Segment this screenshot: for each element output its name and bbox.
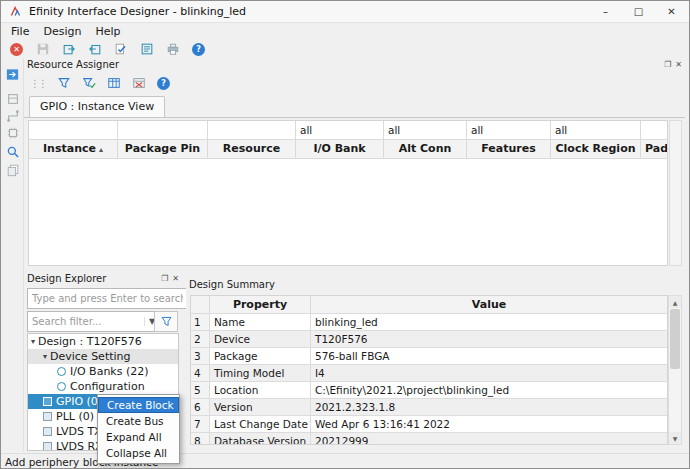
value-header[interactable]: Value	[311, 296, 667, 313]
resource-assigner-toolbar: ⋮⋮ ?	[24, 72, 685, 94]
summary-row: 2 Device T120F576	[191, 331, 667, 348]
clear-assignments-icon[interactable]	[131, 76, 146, 91]
resource-assigner-title: Resource Assigner ❐ ✕	[24, 58, 685, 71]
menu-collapse-all[interactable]: Collapse All	[98, 445, 179, 461]
search-icon[interactable]	[5, 144, 20, 159]
col-features[interactable]: Features	[467, 140, 551, 158]
filter-instance[interactable]	[29, 121, 118, 139]
row-number: 2	[191, 331, 210, 347]
col-clock-region[interactable]: Clock Region	[551, 140, 641, 158]
filter-features[interactable]: all	[467, 121, 551, 139]
scroll-thumb[interactable]	[670, 309, 680, 369]
context-menu: Create Block Create Bus Expand All Colla…	[97, 394, 180, 464]
design-summary-table: Property Value 1 Name blinking_led 2 Dev…	[190, 295, 668, 445]
chip-icon[interactable]	[5, 125, 20, 140]
filter-resource[interactable]	[208, 121, 296, 139]
tree-label: Device Setting	[50, 349, 131, 364]
instance-table: all all all all Instance▴ Package Pin Re…	[28, 120, 668, 266]
filter-package-pin[interactable]	[118, 121, 208, 139]
block-icon[interactable]	[5, 91, 20, 106]
assignment-table-icon[interactable]	[106, 76, 121, 91]
toolbar-grip[interactable]: ⋮⋮	[30, 78, 46, 89]
col-label: Instance	[43, 142, 96, 155]
menu-file[interactable]: File	[4, 24, 36, 39]
property-cell: Timing Model	[210, 365, 311, 381]
col-instance[interactable]: Instance▴	[29, 140, 118, 158]
tree-label: GPIO (0)	[56, 394, 102, 409]
app-window: Efinity Interface Designer - blinking_le…	[0, 0, 690, 469]
row-number: 5	[191, 382, 210, 398]
save-icon[interactable]	[35, 42, 50, 57]
summary-header-row: Property Value	[191, 296, 667, 314]
close-panel-icon[interactable]: ✕	[675, 60, 682, 69]
row-number: 1	[191, 314, 210, 330]
col-package-pin[interactable]: Package Pin	[118, 140, 208, 158]
tree-item-device-setting[interactable]: ▾ Device Setting	[28, 349, 178, 364]
close-project-icon[interactable]: ✕	[9, 42, 24, 57]
block-type-icon	[43, 442, 52, 451]
close-button[interactable]: ✕	[655, 1, 688, 22]
menu-help[interactable]: Help	[88, 24, 127, 39]
table-body-empty	[29, 159, 667, 265]
property-cell: Version	[210, 399, 311, 415]
dock-panel-icon[interactable]	[5, 67, 20, 82]
sort-asc-icon: ▴	[99, 145, 103, 154]
expander-icon[interactable]: ▾	[43, 349, 47, 364]
import-icon[interactable]	[87, 42, 102, 57]
menu-create-bus[interactable]: Create Bus	[98, 413, 179, 429]
scroll-up-icon[interactable]: ▲	[669, 296, 681, 308]
tree-item-io-banks[interactable]: I/O Banks (22)	[28, 364, 178, 379]
menu-design[interactable]: Design	[36, 24, 88, 39]
layers-icon[interactable]	[5, 162, 20, 177]
float-panel-icon[interactable]: ❐	[664, 60, 671, 69]
check-design-icon[interactable]	[113, 42, 128, 57]
property-cell: Name	[210, 314, 311, 330]
tree-item-design[interactable]: ▾ Design : T120F576	[28, 334, 178, 349]
search-filter-combobox[interactable]: Search filter... ▼	[27, 311, 160, 332]
menu-create-block[interactable]: Create Block	[98, 397, 179, 413]
tree-item-configuration[interactable]: Configuration	[28, 379, 178, 394]
close-panel-icon[interactable]: ✕	[172, 274, 179, 283]
summary-row: 6 Version 2021.2.323.1.8	[191, 399, 667, 416]
block-type-icon	[43, 427, 52, 436]
summary-vertical-scrollbar[interactable]: ▲ ▼	[668, 295, 682, 445]
table-header-row: Instance▴ Package Pin Resource I/O Bank …	[29, 140, 667, 159]
table-vertical-scrollbar[interactable]	[669, 120, 682, 266]
filter-clock-region[interactable]: all	[551, 121, 641, 139]
design-summary-panel: Design Summary Property Value 1 Name bli…	[186, 278, 685, 448]
col-resource[interactable]: Resource	[208, 140, 296, 158]
summary-row: 1 Name blinking_led	[191, 314, 667, 331]
filter-icon[interactable]	[56, 76, 71, 91]
generate-icon[interactable]	[139, 42, 154, 57]
resource-assigner-panel: Resource Assigner ❐ ✕ ⋮⋮ ? GPIO : Instan	[24, 58, 685, 270]
design-explorer-title: Design Explorer ❐ ✕	[24, 272, 182, 285]
float-panel-icon[interactable]: ❐	[161, 274, 168, 283]
tree-label: I/O Banks (22)	[70, 364, 149, 379]
property-header[interactable]: Property	[210, 296, 311, 313]
filter-pad[interactable]	[641, 121, 667, 139]
value-cell: 20212999	[311, 433, 667, 445]
filter-apply-icon[interactable]	[81, 76, 96, 91]
route-icon[interactable]	[5, 108, 20, 123]
row-number: 6	[191, 399, 210, 415]
print-icon[interactable]	[165, 42, 180, 57]
summary-row: 8 Database Version 20212999	[191, 433, 667, 445]
menu-expand-all[interactable]: Expand All	[98, 429, 179, 445]
explorer-search-input[interactable]	[27, 288, 188, 309]
panel-title-text: Resource Assigner	[27, 59, 119, 70]
explorer-filter-button[interactable]	[154, 311, 178, 332]
expander-icon[interactable]: ▾	[31, 334, 35, 349]
panel-help-icon[interactable]: ?	[156, 76, 171, 91]
col-alt-conn[interactable]: Alt Conn	[384, 140, 467, 158]
scroll-down-icon[interactable]: ▼	[669, 432, 681, 444]
filter-alt-conn[interactable]: all	[384, 121, 467, 139]
export-icon[interactable]	[61, 42, 76, 57]
col-io-bank[interactable]: I/O Bank	[296, 140, 384, 158]
help-icon[interactable]: ?	[191, 42, 206, 57]
tab-gpio-instance-view[interactable]: GPIO : Instance View	[29, 96, 165, 117]
maximize-button[interactable]: □	[622, 1, 655, 22]
minimize-button[interactable]: –	[589, 1, 622, 22]
col-pad[interactable]: Pad	[641, 140, 667, 158]
value-cell: C:\Efinity\2021.2\project\blinking_led	[311, 382, 667, 398]
filter-io-bank[interactable]: all	[296, 121, 384, 139]
